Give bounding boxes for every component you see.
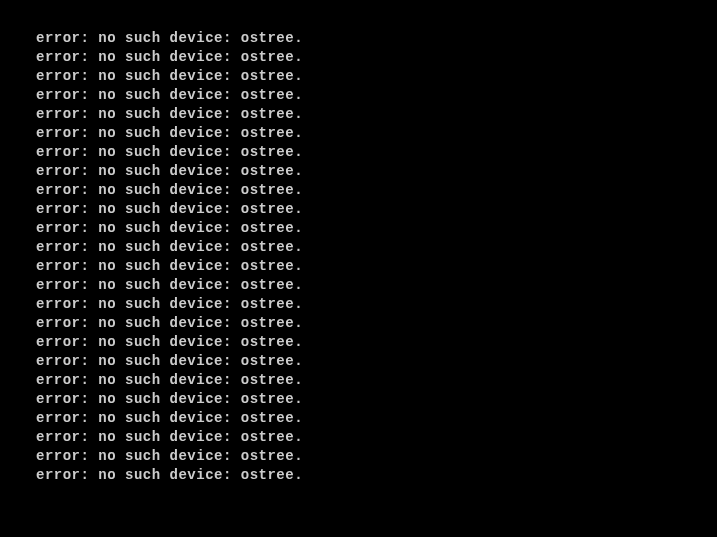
terminal-line: error: no such device: ostree.: [36, 371, 717, 390]
terminal-line: error: no such device: ostree.: [36, 390, 717, 409]
terminal-line: error: no such device: ostree.: [36, 181, 717, 200]
terminal-line: error: no such device: ostree.: [36, 48, 717, 67]
terminal-line: error: no such device: ostree.: [36, 257, 717, 276]
terminal-line: error: no such device: ostree.: [36, 86, 717, 105]
terminal-line: error: no such device: ostree.: [36, 276, 717, 295]
terminal-output: error: no such device: ostree.error: no …: [36, 29, 717, 485]
terminal-line: error: no such device: ostree.: [36, 124, 717, 143]
terminal-line: error: no such device: ostree.: [36, 29, 717, 48]
terminal-line: error: no such device: ostree.: [36, 219, 717, 238]
terminal-line: error: no such device: ostree.: [36, 105, 717, 124]
terminal-line: error: no such device: ostree.: [36, 428, 717, 447]
terminal-line: error: no such device: ostree.: [36, 67, 717, 86]
terminal-line: error: no such device: ostree.: [36, 200, 717, 219]
terminal-line: error: no such device: ostree.: [36, 409, 717, 428]
terminal-line: error: no such device: ostree.: [36, 466, 717, 485]
terminal-line: error: no such device: ostree.: [36, 447, 717, 466]
terminal-line: error: no such device: ostree.: [36, 333, 717, 352]
terminal-line: error: no such device: ostree.: [36, 295, 717, 314]
terminal-line: error: no such device: ostree.: [36, 143, 717, 162]
terminal-line: error: no such device: ostree.: [36, 352, 717, 371]
terminal-line: error: no such device: ostree.: [36, 162, 717, 181]
terminal-line: error: no such device: ostree.: [36, 238, 717, 257]
terminal-line: error: no such device: ostree.: [36, 314, 717, 333]
